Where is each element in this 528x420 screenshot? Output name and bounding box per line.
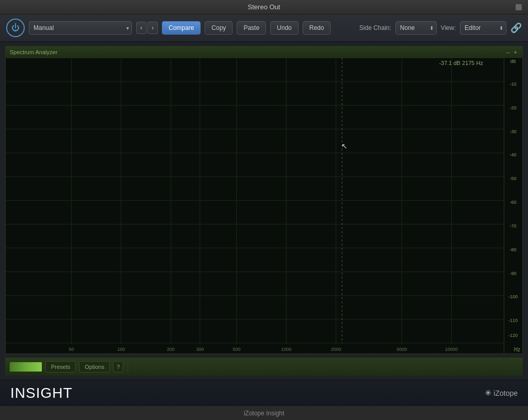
presets-button[interactable]: Presets — [45, 361, 76, 373]
paste-button[interactable]: Paste — [237, 21, 266, 35]
power-icon: ⏻ — [11, 24, 20, 32]
db-minus100: -100 — [506, 294, 520, 299]
db-minus20: -20 — [506, 105, 520, 110]
preset-wrapper: Manual — [29, 21, 132, 35]
spectrum-readout: -37.1 dB 2175 Hz — [439, 60, 483, 66]
db-header-label: dB — [506, 59, 520, 64]
window-footer-title: iZotope Insight — [244, 410, 285, 417]
bottom-bar: Presets Options ? — [5, 357, 523, 376]
db-minus10: -10 — [506, 82, 520, 87]
main-content: Spectrum Analyzer – + -37.1 dB 2175 Hz d… — [0, 42, 528, 380]
nav-group: ‹ › — [136, 22, 158, 34]
spectrum-panel: Spectrum Analyzer – + -37.1 dB 2175 Hz d… — [5, 46, 523, 354]
db-minus120: -120 — [506, 333, 520, 338]
db-scale: dB -10 -20 -30 -40 -50 -60 -70 -80 -90 -… — [504, 58, 522, 353]
preset-dropdown[interactable]: Manual — [29, 21, 132, 35]
spectrum-minimize-button[interactable]: – — [505, 49, 510, 55]
redo-button[interactable]: Redo — [303, 21, 331, 35]
spectrum-header: Spectrum Analyzer – + — [6, 46, 522, 58]
izotope-logo: ✳ iZotope — [485, 388, 518, 398]
bottom-divider — [127, 362, 128, 372]
compare-button[interactable]: Compare — [162, 21, 201, 35]
title-bar-title: Stereo Out — [248, 3, 280, 11]
db-minus30: -30 — [506, 129, 520, 134]
db-minus90: -90 — [506, 271, 520, 276]
spectrum-canvas — [6, 58, 504, 353]
color-swatch — [9, 362, 42, 372]
spectrum-display: -37.1 dB 2175 Hz dB -10 -20 -30 -40 -50 … — [6, 58, 522, 353]
app-footer: INSIGHT ✳ iZotope — [0, 380, 528, 406]
app-name: INSIGHT — [10, 385, 73, 401]
options-button[interactable]: Options — [79, 361, 110, 373]
window-footer: iZotope Insight — [0, 406, 528, 420]
view-dropdown[interactable]: Editor — [460, 21, 506, 35]
db-minus50: -50 — [506, 176, 520, 181]
db-minus110: -110 — [506, 318, 520, 323]
db-minus40: -40 — [506, 152, 520, 157]
db-minus80: -80 — [506, 247, 520, 252]
view-label: View: — [441, 24, 456, 31]
undo-button[interactable]: Undo — [270, 21, 299, 35]
copy-button[interactable]: Copy — [205, 21, 233, 35]
sidechain-label: Side Chain: — [359, 24, 391, 31]
nav-back-button[interactable]: ‹ — [136, 22, 146, 34]
db-minus60: -60 — [506, 200, 520, 205]
link-icon[interactable]: 🔗 — [510, 22, 522, 34]
sidechain-wrapper: None — [395, 21, 437, 35]
power-button[interactable]: ⏻ — [6, 19, 25, 37]
spectrum-controls: – + — [505, 49, 518, 55]
brand-name: iZotope — [493, 389, 518, 397]
sidechain-dropdown[interactable]: None — [395, 21, 437, 35]
nav-forward-button[interactable]: › — [147, 22, 158, 34]
toolbar-right: Side Chain: None View: Editor 🔗 — [359, 21, 522, 35]
spectrum-title: Spectrum Analyzer — [10, 49, 57, 55]
view-wrapper: Editor — [460, 21, 506, 35]
title-bar: Stereo Out — [0, 0, 528, 14]
izotope-star-icon: ✳ — [485, 388, 491, 398]
db-minus70: -70 — [506, 223, 520, 229]
plugin-container: ⏻ Manual ‹ › Compare Copy Paste Undo Red… — [0, 14, 528, 406]
close-button[interactable] — [516, 4, 522, 10]
toolbar: ⏻ Manual ‹ › Compare Copy Paste Undo Red… — [0, 14, 528, 42]
spectrum-chart-area[interactable]: -37.1 dB 2175 Hz — [6, 58, 504, 353]
spectrum-close-button[interactable]: + — [513, 49, 518, 55]
help-button[interactable]: ? — [113, 361, 123, 373]
hz-label: Hz — [514, 347, 520, 352]
